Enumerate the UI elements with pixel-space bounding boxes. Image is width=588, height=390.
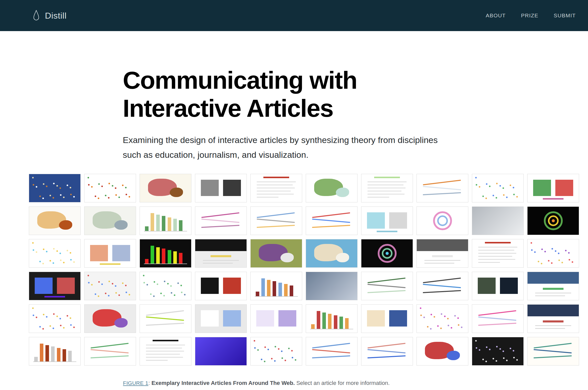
article-thumbnail-snow-fall[interactable] xyxy=(472,206,524,235)
hero-section: Communicating with Interactive Articles … xyxy=(0,31,588,162)
article-thumbnail-yall-youse-dialect-quiz[interactable] xyxy=(361,304,413,333)
top-navigation: ABOUT PRIZE SUBMIT xyxy=(486,12,576,19)
article-thumbnail-who-should-get-parole[interactable] xyxy=(84,272,136,300)
article-thumbnail-you-draw-it-drug-overdose[interactable] xyxy=(250,206,302,235)
article-thumbnail-interactive-computations[interactable] xyxy=(195,272,247,300)
article-thumbnail-handwriting-recognizer[interactable] xyxy=(527,337,579,366)
article-thumbnail-rich-or-not-bars[interactable] xyxy=(140,206,191,235)
article-thumbnail-bbc-climate-spiral[interactable] xyxy=(527,206,579,235)
article-thumbnail-colorized-fourier-transform[interactable] xyxy=(250,174,302,202)
article-thumbnail-parametric-press-issue-01[interactable] xyxy=(195,337,247,366)
article-thumbnail-rent-or-buy-calculator[interactable] xyxy=(140,304,191,333)
article-thumbnail-alcohol-consumption-bottles[interactable] xyxy=(306,304,358,333)
article-thumbnail-handwriting-neural-net[interactable] xyxy=(472,337,524,366)
article-thumbnail-the-eye[interactable] xyxy=(140,174,191,202)
figure-caption-bold: Exemplary Interactive Articles From Arou… xyxy=(151,380,295,386)
article-thumbnail-image-kernels-faces[interactable] xyxy=(195,174,247,202)
site-header: Distill ABOUT PRIZE SUBMIT xyxy=(0,0,588,31)
article-thumbnail-memory-medium-pages[interactable] xyxy=(250,304,302,333)
article-thumbnail-you-draw-it-obama-presidency[interactable] xyxy=(306,206,358,235)
figure-caption: FIGURE 1: Exemplary Interactive Articles… xyxy=(123,379,588,387)
distill-drop-icon xyxy=(33,10,40,21)
article-thumbnail-election-precinct-map[interactable] xyxy=(84,304,136,333)
article-thumbnail-electoral-college-map[interactable] xyxy=(416,337,468,366)
article-thumbnail-drawing-circles-by-country[interactable] xyxy=(416,206,468,235)
article-thumbnail-see-for-yourself-climate[interactable] xyxy=(361,272,413,300)
figure-caption-separator: : xyxy=(148,380,151,386)
article-thumbnail-quadrillion-treemap[interactable] xyxy=(84,239,136,268)
article-thumbnail-human-terrain-mosaic[interactable] xyxy=(527,239,579,268)
article-thumbnail-rain-shadows[interactable] xyxy=(306,174,358,202)
article-thumbnail-career-path-traces[interactable] xyxy=(84,337,136,366)
article-thumbnail-summers-getting-hotter[interactable] xyxy=(29,337,81,366)
article-thumbnail-math-3d-visualization[interactable] xyxy=(361,239,413,268)
article-thumbnail-gallipoli-war-map[interactable] xyxy=(306,239,358,268)
article-thumbnail-sine-wave-explorable[interactable] xyxy=(416,272,468,300)
article-thumbnail-labeouf-letter-blocks[interactable] xyxy=(361,206,413,235)
page-title-line1: Communicating with xyxy=(123,66,588,94)
article-thumbnail-voting-systems-spoiler[interactable] xyxy=(29,304,81,333)
article-thumbnail-interface-mockup-panels[interactable] xyxy=(527,174,579,202)
article-thumbnail-election-forecast-tree[interactable] xyxy=(361,337,413,366)
article-thumbnail-boys-income-dot-streams[interactable] xyxy=(29,239,81,268)
nav-submit-link[interactable]: SUBMIT xyxy=(554,12,576,19)
article-thumbnail-winding-path-270-electoral[interactable] xyxy=(306,337,358,366)
article-thumbnail-econgraphs-resource-allocation[interactable] xyxy=(527,272,579,300)
article-thumbnail-parametric-press-cover[interactable] xyxy=(140,337,191,366)
article-thumbnail-loan-decision-simulation[interactable] xyxy=(250,272,302,300)
article-thumbnail-hometown-heat-globe[interactable] xyxy=(29,206,81,235)
article-thumbnail-global-temperature-dashboard[interactable] xyxy=(527,304,579,333)
article-thumbnail-nuclear-detonations-histogram[interactable] xyxy=(140,239,191,268)
article-thumbnail-college-mobility-heatmap[interactable] xyxy=(195,206,247,235)
article-thumbnail-interactions-complex-systems[interactable] xyxy=(306,272,358,300)
article-thumbnail-sequential-art-paper[interactable] xyxy=(416,239,468,268)
article-thumbnail-how-to-use-tsne-effectively[interactable] xyxy=(472,174,524,202)
article-thumbnail-spaced-repetition-comic[interactable] xyxy=(195,304,247,333)
distill-logo[interactable]: Distill xyxy=(33,10,67,21)
article-thumbnail-college-degree-automation[interactable] xyxy=(84,174,136,202)
page-title-line2: Interactive Articles xyxy=(123,94,588,122)
article-thumbnail-radial-glyph-small-multiples[interactable] xyxy=(250,337,302,366)
article-thumbnail-satellite-imagery-code[interactable] xyxy=(472,272,524,300)
article-thumbnail-particle-trajectory-detector[interactable] xyxy=(29,272,81,300)
figure-grid xyxy=(29,174,588,366)
article-thumbnail-isometric-city-game[interactable] xyxy=(250,239,302,268)
figure-caption-rest: Select an article for more information. xyxy=(295,380,390,386)
article-thumbnail-why-momentum-really-works[interactable] xyxy=(416,174,468,202)
article-thumbnail-parable-of-the-polygons[interactable] xyxy=(195,239,247,268)
article-thumbnail-third-hottest-year-lines[interactable] xyxy=(472,304,524,333)
page-subtitle-line2: such as education, journalism, and visua… xyxy=(123,147,588,162)
page-subtitle: Examining the design of interactive arti… xyxy=(123,133,588,162)
article-thumbnail-visual-intro-machine-learning[interactable] xyxy=(140,272,191,300)
article-thumbnail-tsne-word-embedding[interactable] xyxy=(29,174,81,202)
article-body: Communicating with Interactive Articles … xyxy=(0,31,588,387)
article-thumbnail-us-map-migration[interactable] xyxy=(84,206,136,235)
page-subtitle-line1: Examining the design of interactive arti… xyxy=(123,133,588,147)
figure-1-link[interactable]: FIGURE 1 xyxy=(123,380,148,386)
article-thumbnail-variable-level-of-detail-docs[interactable] xyxy=(361,174,413,202)
nav-prize-link[interactable]: PRIZE xyxy=(521,12,538,19)
article-thumbnail-explorable-explanations[interactable] xyxy=(472,239,524,268)
page-title: Communicating with Interactive Articles xyxy=(123,66,588,122)
distill-wordmark: Distill xyxy=(45,11,67,21)
nav-about-link[interactable]: ABOUT xyxy=(486,12,506,19)
article-thumbnail-outbreak-letters-simulation[interactable] xyxy=(416,304,468,333)
